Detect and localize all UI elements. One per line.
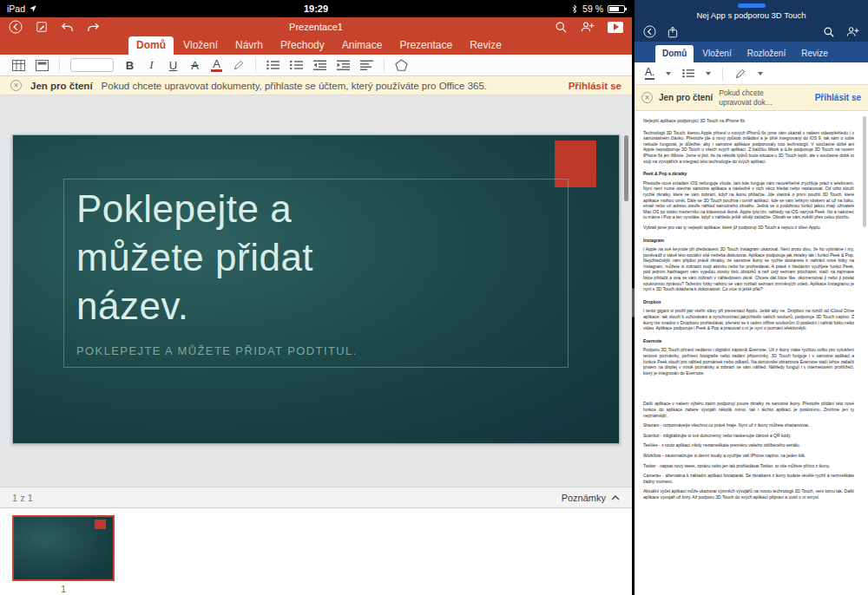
ribbon-tab[interactable]: Rozložení: [740, 45, 792, 62]
slide-editing-area: Poklepejte a můžete přidat název. POKLEP…: [0, 95, 632, 487]
progress-indicator: [738, 3, 766, 8]
word-formatting-toolbar: A.: [635, 62, 868, 85]
document-paragraph: Další aplikace v našem výběru zatím podp…: [643, 401, 854, 418]
add-people-icon[interactable]: [581, 21, 595, 33]
toolbar-divider: [384, 58, 385, 72]
toolbar-divider: [722, 67, 723, 81]
ribbon-tab[interactable]: Domů: [655, 45, 694, 62]
indent-decrease-icon[interactable]: [313, 57, 326, 73]
formatting-toolbar: B I U A A: [0, 55, 632, 76]
document-body[interactable]: Nejlepší aplikace podporující 3D Touch n…: [635, 111, 868, 595]
ribbon-right-actions: [555, 21, 623, 34]
ribbon-tab[interactable]: Vložení: [695, 45, 738, 62]
shape-icon[interactable]: [395, 57, 408, 73]
share-icon[interactable]: [667, 26, 678, 38]
banner-message: Pokud chcete upravovat dokumenty, přihla…: [102, 81, 560, 91]
toolbar-divider: [255, 58, 256, 72]
slide-canvas[interactable]: Poklepejte a můžete přidat název. POKLEP…: [12, 134, 620, 444]
italic-button[interactable]: I: [146, 57, 157, 73]
thumbnail-number: 1: [12, 585, 115, 594]
document-paragraph: Podporu 3D Touch přinesl nedávno i digit…: [643, 347, 854, 376]
readonly-banner: Jen pro čtení Pokud chcete upravovat dok…: [635, 85, 868, 111]
chevron-down-icon[interactable]: [758, 72, 763, 75]
banner-message: Pokud chcete upravovat dok…: [719, 88, 795, 106]
word-ribbon-tab-bar: DomůVloženíRozloženíRevize: [635, 42, 868, 62]
ribbon-tab[interactable]: Vložení: [175, 36, 226, 55]
font-color-button[interactable]: A: [211, 58, 222, 72]
powerpoint-window: iPad 19:29 59 % Prezentace1: [0, 0, 632, 595]
highlight-pen-icon[interactable]: [233, 57, 245, 73]
word-header: Nej App s podporou 3D Touch: [635, 0, 868, 42]
status-clock: 19:29: [0, 3, 632, 14]
ribbon-tab[interactable]: Domů: [128, 36, 174, 55]
table-icon[interactable]: [12, 57, 25, 73]
banner-title: Jen pro čtení: [30, 81, 93, 91]
layout-icon[interactable]: [36, 57, 49, 73]
ribbon-tab[interactable]: Revize: [794, 45, 835, 62]
ribbon-tab[interactable]: Přechody: [273, 36, 332, 55]
sign-in-link[interactable]: Přihlásit se: [569, 81, 621, 91]
close-icon[interactable]: [641, 92, 653, 103]
slide-title: Poklepejte a můžete přidat název.: [76, 185, 556, 330]
document-paragraph: Shazam - rozpoznávejte všechno co právě …: [643, 422, 854, 428]
document-paragraph: Přestože nové ovládání iOS nefunguje všu…: [643, 180, 854, 220]
battery-icon: [608, 5, 625, 13]
undo-button[interactable]: [61, 22, 74, 33]
location-icon: [29, 4, 37, 13]
document-paragraph: Twitter - napsat nový tweet, zprávu nebo…: [643, 463, 854, 469]
back-button[interactable]: [643, 25, 656, 38]
ribbon-tab[interactable]: Prezentace: [391, 36, 460, 55]
document-paragraph: Technologii 3D Touch, kterou Apple přine…: [643, 130, 854, 165]
bullets-icon[interactable]: [266, 57, 279, 73]
document-paragraph: [643, 380, 854, 401]
document-paragraph: Aktuální výčet aplikací může ukazovat vý…: [643, 488, 854, 500]
back-button[interactable]: [9, 20, 23, 34]
align-icon[interactable]: [360, 57, 373, 73]
close-icon[interactable]: [10, 80, 22, 91]
status-left: iPad: [7, 3, 37, 14]
page-indicator: 1 z 1: [12, 493, 33, 503]
font-format-button[interactable]: A.: [645, 67, 654, 80]
battery-percent: 59 %: [582, 3, 603, 14]
document-paragraph: I Apple na své keynote při představení 3…: [643, 246, 854, 292]
search-icon[interactable]: [555, 21, 568, 34]
title-placeholder[interactable]: Poklepejte a můžete přidat název. POKLEP…: [63, 179, 569, 368]
numbering-icon[interactable]: [290, 57, 303, 73]
ribbon-tab[interactable]: Revize: [462, 36, 510, 55]
document-paragraph: Evernote: [643, 338, 854, 344]
banner-title: Jen pro čtení: [659, 93, 713, 102]
ribbon-left-actions: [9, 20, 100, 34]
bullets-icon[interactable]: [682, 66, 694, 82]
ribbon-tab-bar: DomůVloženíNávrhPřechodyAnimacePrezentac…: [0, 36, 632, 55]
sign-in-link[interactable]: Přihlásit se: [815, 93, 861, 102]
edit-file-icon[interactable]: [36, 21, 48, 33]
document-paragraph: Camera+ - alternativa k základní aplikac…: [643, 473, 854, 484]
document-paragraph: Instagram: [643, 238, 854, 244]
notes-toggle[interactable]: Poznámky: [562, 493, 620, 503]
font-size-field[interactable]: [70, 58, 114, 72]
document-scrollbar[interactable]: [863, 116, 866, 227]
document-paragraph: Peek & Pop a zkratky: [643, 171, 854, 177]
chevron-up-icon: [611, 495, 620, 500]
chevron-down-icon[interactable]: [706, 72, 711, 75]
chevron-down-icon[interactable]: [666, 72, 671, 75]
word-window: Nej App s podporou 3D Touch DomůVloženíR…: [635, 0, 868, 595]
document-paragraph: TeeVee - s touto aplikací nikdy nezamešk…: [643, 442, 854, 448]
ribbon-tab[interactable]: Návrh: [227, 36, 271, 55]
ribbon-tab[interactable]: Animace: [334, 36, 391, 55]
document-paragraph: Nejlepší aplikace podporující 3D Touch n…: [643, 118, 854, 124]
slide-thumbnail[interactable]: [12, 515, 115, 581]
add-people-icon[interactable]: [846, 26, 859, 37]
pen-icon[interactable]: [734, 66, 746, 82]
strikethrough-button[interactable]: A: [189, 57, 201, 73]
document-paragraph: Scanbot - zdigitalizujte si své dokument…: [643, 433, 854, 439]
indent-increase-icon[interactable]: [337, 57, 350, 73]
slide-area-scrollbar[interactable]: [624, 135, 628, 201]
slide-thumbnail-panel: 1: [0, 507, 632, 595]
slide-title-line: Poklepejte a: [76, 185, 556, 233]
underline-button[interactable]: U: [168, 57, 179, 73]
search-icon[interactable]: [823, 26, 835, 38]
redo-button[interactable]: [87, 22, 100, 33]
present-icon[interactable]: [608, 22, 623, 33]
bold-button[interactable]: B: [124, 57, 135, 73]
